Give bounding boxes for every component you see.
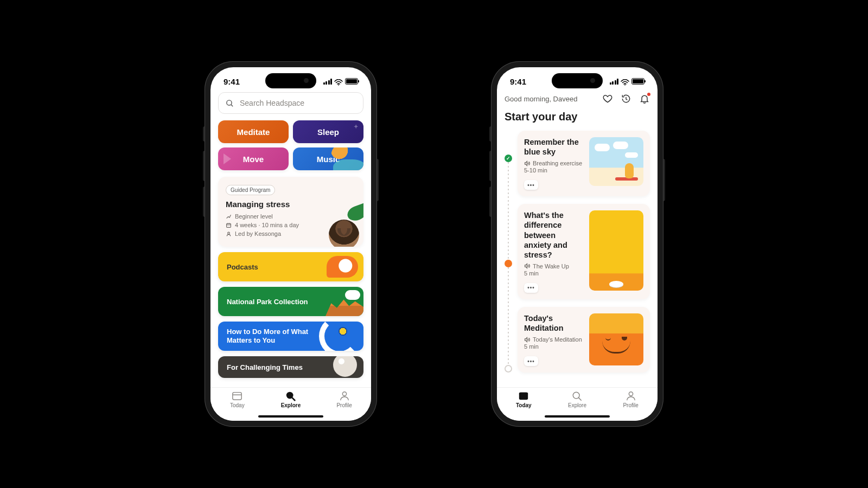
- phone-today: 9:41 Good morning, Daveed: [491, 61, 663, 427]
- timeline-rail: [505, 131, 512, 373]
- dynamic-island: [265, 73, 316, 88]
- strip-podcasts[interactable]: Podcasts: [218, 252, 363, 281]
- card-title: What's the difference between anxiety an…: [524, 210, 584, 260]
- today-card-meditation[interactable]: Today's Meditation Today's Meditation 5 …: [518, 307, 650, 373]
- notifications-button[interactable]: [639, 93, 650, 104]
- program-level: Beginner level: [226, 213, 356, 220]
- card-more-button[interactable]: •••: [524, 356, 538, 366]
- category-move[interactable]: Move: [218, 147, 289, 170]
- profile-icon: [625, 390, 637, 401]
- today-icon: [231, 390, 243, 401]
- calendar-icon: [226, 222, 232, 228]
- cellular-icon: [610, 79, 619, 85]
- timeline-dot-done: [505, 155, 512, 162]
- category-music[interactable]: Music: [293, 147, 363, 170]
- svg-rect-4: [233, 393, 241, 400]
- card-subtitle: The Wake Up: [524, 263, 584, 269]
- program-chip: Guided Program: [226, 185, 275, 195]
- svg-rect-2: [227, 223, 231, 227]
- category-sleep[interactable]: Sleep: [293, 120, 363, 143]
- heart-icon: [602, 93, 613, 104]
- today-content: Good morning, Daveed Start your day: [497, 92, 658, 387]
- home-indicator[interactable]: [258, 415, 323, 418]
- tab-profile[interactable]: Profile: [615, 390, 647, 408]
- today-icon: [518, 390, 529, 401]
- parks-art: [315, 287, 363, 316]
- svg-point-1: [227, 100, 232, 105]
- home-indicator[interactable]: [545, 415, 610, 418]
- audio-icon: [524, 263, 530, 269]
- wifi-icon: [621, 78, 629, 85]
- svg-point-6: [342, 392, 346, 396]
- explore-icon: [571, 390, 583, 401]
- cellular-icon: [323, 79, 333, 85]
- timeline-dot-current: [505, 260, 512, 267]
- battery-icon: [345, 78, 358, 85]
- card-title: Today's Meditation: [524, 313, 584, 333]
- wifi-icon: [334, 78, 343, 85]
- tab-today[interactable]: Today: [221, 390, 253, 408]
- search-input[interactable]: Search Headspace: [218, 92, 363, 114]
- svg-point-11: [629, 392, 633, 396]
- strip-challenging-times[interactable]: For Challenging Times: [218, 356, 363, 378]
- card-duration: 5 min: [524, 343, 584, 350]
- person-icon: [226, 231, 232, 237]
- audio-icon: [524, 160, 530, 166]
- tab-today[interactable]: Today: [507, 390, 540, 408]
- svg-point-0: [338, 85, 339, 86]
- teacher-avatar: [329, 220, 359, 247]
- category-meditate[interactable]: Meditate: [218, 120, 289, 143]
- notification-dot: [647, 93, 650, 96]
- card-more-button[interactable]: •••: [524, 283, 538, 293]
- profile-icon: [339, 390, 350, 401]
- card-duration: 5-10 min: [524, 167, 584, 174]
- history-icon: [621, 93, 631, 104]
- card-more-button[interactable]: •••: [524, 180, 538, 190]
- svg-point-7: [624, 85, 626, 86]
- strip-national-parks[interactable]: National Park Collection: [218, 287, 363, 316]
- favorites-button[interactable]: [602, 93, 613, 104]
- featured-program-card[interactable]: Guided Program Managing stress Beginner …: [218, 177, 363, 247]
- status-time: 9:41: [510, 77, 526, 86]
- greeting-text: Good morning, Daveed: [505, 95, 577, 103]
- dynamic-island: [552, 73, 603, 88]
- svg-rect-9: [519, 393, 528, 395]
- level-icon: [226, 214, 232, 220]
- card-duration: 5 min: [524, 270, 584, 277]
- today-card-wake-up[interactable]: What's the difference between anxiety an…: [518, 204, 650, 299]
- card-subtitle: Breathing exercise: [524, 160, 584, 166]
- card-thumbnail: [589, 210, 643, 291]
- tab-explore[interactable]: Explore: [275, 390, 307, 408]
- tab-explore[interactable]: Explore: [561, 390, 593, 408]
- card-thumbnail: [589, 313, 643, 365]
- search-icon: [225, 99, 234, 108]
- status-time: 9:41: [224, 77, 240, 86]
- card-thumbnail: [589, 137, 643, 186]
- svg-point-3: [228, 232, 230, 234]
- battery-icon: [631, 78, 644, 85]
- program-title: Managing stress: [226, 200, 356, 209]
- today-card-blue-sky[interactable]: Remember the blue sky Breathing exercise…: [518, 131, 650, 196]
- card-title: Remember the blue sky: [524, 137, 584, 157]
- search-placeholder: Search Headspace: [240, 99, 304, 107]
- history-button[interactable]: [621, 93, 631, 104]
- strip-how-to[interactable]: How to Do More of What Matters to You: [218, 322, 363, 351]
- explore-content: Search Headspace Meditate Sleep Move Mus…: [210, 92, 371, 387]
- section-title: Start your day: [505, 111, 650, 123]
- tab-profile[interactable]: Profile: [328, 390, 361, 408]
- explore-icon: [285, 390, 297, 401]
- phone-explore: 9:41 Search Headspace Meditate Sleep Mov…: [205, 61, 377, 427]
- card-subtitle: Today's Meditation: [524, 336, 584, 343]
- timeline-dot-upcoming: [505, 365, 512, 373]
- audio-icon: [524, 337, 530, 343]
